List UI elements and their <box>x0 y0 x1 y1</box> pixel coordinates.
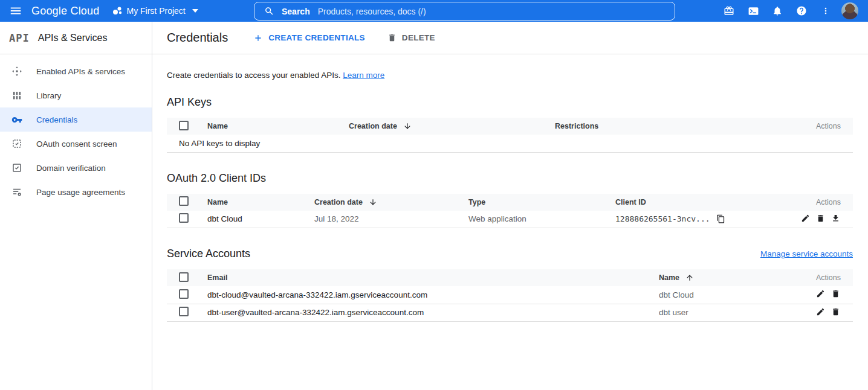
name-label: Name <box>659 273 679 282</box>
row-checkbox[interactable] <box>179 289 189 299</box>
table-row: dbt-user@vaulted-arcana-332422.iam.gserv… <box>167 304 853 321</box>
page-usage-agreements-icon <box>11 187 22 197</box>
sort-desc-icon <box>403 122 412 130</box>
learn-more-link[interactable]: Learn more <box>343 71 384 80</box>
sidebar-item-domain-verification[interactable]: Domain verification <box>0 156 152 180</box>
intro-text: Create credentials to access your enable… <box>167 71 853 80</box>
manage-service-accounts-link[interactable]: Manage service accounts <box>760 249 853 258</box>
row-actions-cell <box>792 304 853 321</box>
api-product-logo: API <box>9 32 30 44</box>
service-account-email[interactable]: dbt-cloud@vaulted-arcana-332422.iam.gser… <box>195 286 647 304</box>
service-account-email[interactable]: dbt-user@vaulted-arcana-332422.iam.gserv… <box>195 304 647 321</box>
oauth-client-creation-date: Jul 18, 2022 <box>302 211 456 228</box>
avatar[interactable] <box>841 2 858 19</box>
delete-icon[interactable] <box>831 307 841 317</box>
sidebar-item-label: OAuth consent screen <box>36 139 117 149</box>
oauth-clients-table: Name Creation date Type Client ID Action… <box>167 194 853 229</box>
sidebar-item-enabled-apis[interactable]: Enabled APIs & services <box>0 59 152 83</box>
sidebar-item-oauth-consent[interactable]: OAuth consent screen <box>0 132 152 156</box>
search-icon <box>264 6 274 16</box>
sort-desc-icon <box>369 198 377 206</box>
intro-sentence: Create credentials to access your enable… <box>167 71 340 80</box>
oauth-client-id-cell: 128886265561-3ncv... <box>603 211 780 228</box>
table-row: dbt Cloud Jul 18, 2022 Web application 1… <box>167 211 853 228</box>
google-cloud-logo[interactable]: Google Cloud <box>31 5 99 18</box>
oauth-client-name[interactable]: dbt Cloud <box>195 211 302 228</box>
column-header-actions: Actions <box>792 269 853 286</box>
oauth-client-id: 128886265561-3ncv... <box>615 214 710 223</box>
api-keys-title: API Keys <box>167 96 853 109</box>
key-icon <box>11 114 22 125</box>
chevron-down-icon <box>192 9 198 13</box>
edit-icon[interactable] <box>816 307 826 317</box>
oauth-consent-icon <box>11 138 22 149</box>
menu-icon[interactable] <box>0 0 31 22</box>
creation-date-label: Creation date <box>349 122 397 130</box>
edit-icon[interactable] <box>801 214 811 223</box>
download-icon[interactable] <box>831 214 841 223</box>
select-all-checkbox[interactable] <box>179 272 189 282</box>
gift-icon[interactable] <box>717 0 741 22</box>
column-header-creation-date[interactable]: Creation date <box>302 194 456 211</box>
row-checkbox[interactable] <box>179 213 189 223</box>
column-header-email[interactable]: Email <box>195 269 647 286</box>
delete-label: DELETE <box>402 33 435 42</box>
cloud-shell-icon[interactable] <box>741 0 765 22</box>
column-header-name[interactable]: Name <box>195 194 302 211</box>
column-header-creation-date[interactable]: Creation date <box>337 118 543 135</box>
column-header-actions: Actions <box>768 118 853 135</box>
sort-asc-icon <box>685 273 694 282</box>
appbar-actions <box>717 0 863 22</box>
sidebar-item-credentials[interactable]: Credentials <box>0 107 152 132</box>
oauth-client-type: Web application <box>456 211 603 228</box>
sidebar-item-page-usage-agreements[interactable]: Page usage agreements <box>0 180 152 204</box>
select-all-checkbox[interactable] <box>179 196 189 206</box>
service-accounts-table: Email Name Actions <box>167 269 853 322</box>
service-account-name: dbt Cloud <box>647 286 792 304</box>
sidebar-header: API APIs & Services <box>0 22 152 54</box>
search-input[interactable]: Search Products, resources, docs (/) <box>254 2 675 21</box>
copy-icon[interactable] <box>716 214 726 224</box>
column-header-client-id[interactable]: Client ID <box>603 194 780 211</box>
project-name: My First Project <box>126 6 185 16</box>
sidebar: API APIs & Services Enabled APIs & servi… <box>0 22 152 390</box>
edit-icon[interactable] <box>816 289 826 299</box>
sidebar-item-label: Library <box>36 91 61 100</box>
help-icon[interactable] <box>789 0 814 22</box>
sidebar-item-label: Enabled APIs & services <box>36 67 125 76</box>
page-toolbar: Credentials CREATE CREDENTIALS DELETE <box>152 22 868 54</box>
oauth-clients-section: OAuth 2.0 Client IDs Name Creation date <box>167 172 853 229</box>
service-accounts-section: Service Accounts Manage service accounts… <box>167 248 853 322</box>
search-label: Search <box>282 7 310 16</box>
row-checkbox[interactable] <box>179 307 189 316</box>
delete-button[interactable]: DELETE <box>387 33 435 42</box>
notifications-icon[interactable] <box>765 0 789 22</box>
create-credentials-label: CREATE CREDENTIALS <box>268 33 365 42</box>
column-header-name[interactable]: Name <box>647 269 792 286</box>
sidebar-item-library[interactable]: Library <box>0 83 152 107</box>
row-actions-cell <box>780 211 853 228</box>
select-all-checkbox[interactable] <box>179 121 189 130</box>
delete-icon[interactable] <box>831 289 841 299</box>
sidebar-nav: Enabled APIs & services Library Credenti… <box>0 54 152 204</box>
sidebar-item-label: Page usage agreements <box>36 188 125 197</box>
more-vert-icon[interactable] <box>814 0 838 22</box>
api-keys-empty-row: No API keys to display <box>167 135 853 152</box>
project-selector[interactable]: My First Project <box>112 6 198 16</box>
page-body: Create credentials to access your enable… <box>152 54 868 341</box>
create-credentials-button[interactable]: CREATE CREDENTIALS <box>253 33 365 43</box>
column-header-actions: Actions <box>780 194 853 211</box>
delete-icon[interactable] <box>816 214 826 223</box>
app-bar: Google Cloud My First Project Search Pro… <box>0 0 868 22</box>
api-keys-header-row: Name Creation date Restrictions Actions <box>167 118 853 135</box>
library-icon <box>11 90 22 101</box>
oauth-header-row: Name Creation date Type Client ID Action… <box>167 194 853 211</box>
service-account-name: dbt user <box>647 304 792 321</box>
column-header-restrictions[interactable]: Restrictions <box>543 118 768 135</box>
creation-date-label: Creation date <box>314 198 363 206</box>
column-header-type[interactable]: Type <box>456 194 603 211</box>
enabled-apis-icon <box>11 66 22 77</box>
trash-icon <box>387 33 397 42</box>
column-header-name[interactable]: Name <box>195 118 337 135</box>
page-title: Credentials <box>167 31 228 45</box>
